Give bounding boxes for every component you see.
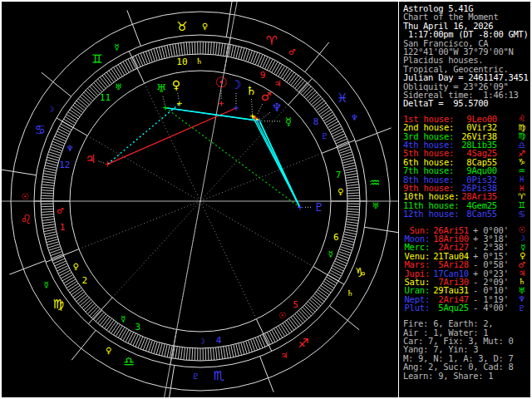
planet-icon: ♇ xyxy=(518,303,530,313)
degree-tick xyxy=(289,74,297,84)
planet-glyph-venu: ♀ xyxy=(172,78,180,91)
degree-tick xyxy=(333,264,345,268)
degree-tick xyxy=(42,176,55,178)
degree-tick xyxy=(283,323,289,333)
degree-tick xyxy=(347,214,359,214)
degree-tick xyxy=(267,332,273,343)
house-ruler-icon-5: ☉ xyxy=(278,311,286,320)
degree-tick xyxy=(66,281,77,288)
degree-tick xyxy=(278,326,285,337)
degree-tick xyxy=(165,46,167,58)
degree-tick xyxy=(346,222,358,224)
degree-tick xyxy=(239,47,242,59)
degree-tick xyxy=(318,105,328,112)
degree-tick xyxy=(316,103,326,111)
degree-tick xyxy=(289,318,297,328)
degree-tick xyxy=(343,237,356,240)
degree-tick xyxy=(313,296,323,304)
aspect-line-moon-jupi xyxy=(108,108,236,164)
degree-tick xyxy=(42,187,54,188)
degree-tick xyxy=(260,56,265,67)
house-number-12: 12 xyxy=(59,160,70,170)
degree-tick xyxy=(221,347,223,359)
degree-tick xyxy=(313,99,323,107)
degree-tick xyxy=(229,346,231,358)
chart-header: Astrolog 5.41GChart of the MomentThu Apr… xyxy=(403,4,530,108)
degree-tick xyxy=(280,324,287,335)
degree-tick xyxy=(65,116,76,123)
degree-tick xyxy=(269,60,275,71)
sign-glyph-capricorn: ♑ xyxy=(355,265,366,280)
degree-tick xyxy=(186,42,187,55)
degree-tick xyxy=(42,224,55,226)
header-line-12: DeltaT = 95.5700 xyxy=(403,99,530,107)
degree-tick xyxy=(332,268,342,273)
degree-tick xyxy=(347,195,360,196)
sign-boundary xyxy=(9,261,45,274)
degree-tick xyxy=(293,316,300,326)
pointer-line-satu xyxy=(252,99,253,113)
degree-tick xyxy=(84,302,93,310)
sign-boundary xyxy=(356,128,392,141)
planet-position-value: 5Aqu25 xyxy=(430,303,469,313)
astrolog-screen: ♈♂♉♀♊☿♋☽♌☉♍☿♎♀♏♇♐♃♑♄♒♅♓♆1♂2♀3☿4☽5☉6☿7♀8♇… xyxy=(0,0,532,399)
planet-glyph-plut: ♇ xyxy=(314,200,325,214)
degree-tick xyxy=(263,334,268,346)
house-number-9: 9 xyxy=(260,70,266,81)
house-cusp-spoke-12 xyxy=(87,135,200,201)
house-sign-icon: ♓ xyxy=(518,175,530,184)
degree-tick xyxy=(265,57,271,68)
degree-tick xyxy=(312,96,321,105)
header-line-9: Julian Day = 2461147.3451 xyxy=(403,73,530,81)
degree-tick xyxy=(190,348,190,361)
degree-tick xyxy=(224,347,225,359)
house-ruler-icon-9: ♃ xyxy=(274,79,282,88)
degree-tick xyxy=(287,320,294,330)
sign-glyph-leo: ♌ xyxy=(20,212,31,227)
sign-boundary xyxy=(127,10,140,46)
degree-tick xyxy=(345,227,357,229)
degree-tick xyxy=(90,86,98,96)
degree-tick xyxy=(303,307,311,316)
degree-tick xyxy=(239,343,242,355)
degree-tick xyxy=(330,126,341,132)
degree-tick xyxy=(234,46,236,58)
sign-boundary xyxy=(305,42,329,72)
degree-tick xyxy=(285,322,293,332)
degree-tick xyxy=(347,190,360,191)
degree-tick xyxy=(347,209,360,209)
house-sign-icon: ♈ xyxy=(518,192,530,201)
degree-tick xyxy=(295,79,303,88)
degree-tick xyxy=(78,296,87,304)
degree-tick xyxy=(80,298,89,306)
house-number-8: 8 xyxy=(313,116,319,127)
house-ruler-icon-2: ♀ xyxy=(73,262,79,271)
degree-tick xyxy=(84,92,93,101)
degree-tick xyxy=(100,316,107,326)
degree-tick xyxy=(347,187,359,188)
degree-tick xyxy=(167,345,170,357)
degree-tick xyxy=(291,76,298,86)
degree-tick xyxy=(56,264,67,268)
degree-tick xyxy=(195,42,195,54)
degree-tick xyxy=(68,283,78,290)
degree-tick xyxy=(325,279,336,286)
house-cusp-spoke-3 xyxy=(112,201,200,298)
degree-tick xyxy=(178,43,180,56)
degree-tick xyxy=(295,314,303,323)
degree-tick xyxy=(118,64,125,75)
house-number-2: 2 xyxy=(82,275,88,286)
degree-tick xyxy=(274,63,281,74)
house-sign-icon: ♍ xyxy=(518,123,530,132)
degree-tick xyxy=(298,82,307,91)
degree-tick xyxy=(267,59,273,70)
degree-tick xyxy=(184,42,185,55)
degree-tick xyxy=(315,293,325,301)
degree-tick xyxy=(347,211,360,212)
house-cusp-value: 8Can55 xyxy=(458,209,497,219)
degree-tick xyxy=(327,277,337,283)
degree-tick xyxy=(280,67,287,78)
sign-glyph-sagittarius: ♐ xyxy=(298,336,308,351)
degree-tick xyxy=(344,168,357,170)
degree-tick xyxy=(181,347,183,360)
